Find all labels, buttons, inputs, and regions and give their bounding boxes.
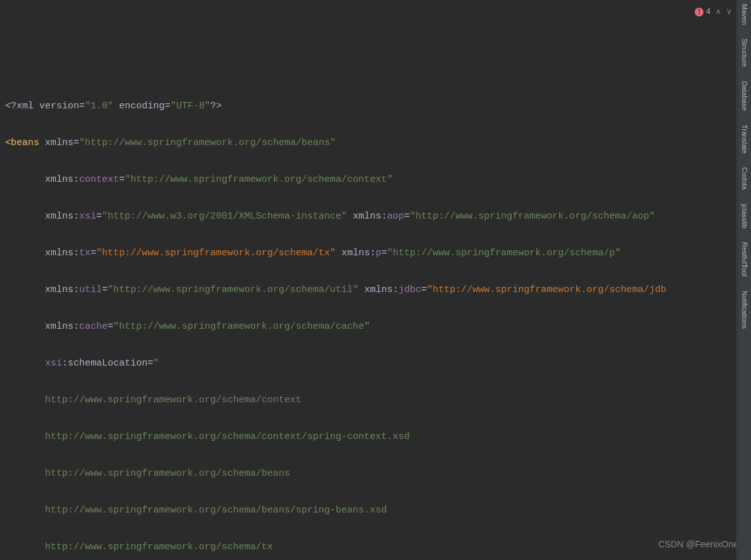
sidebar-item-database[interactable]: Database	[741, 81, 748, 111]
inspection-summary: ! 4 ∧ ∨	[695, 3, 732, 21]
code-line[interactable]: http://www.springframework.org/schema/tx	[5, 538, 751, 556]
code-line[interactable]: xmlns:xsi="http://www.w3.org/2001/XMLSch…	[5, 207, 751, 226]
code-line[interactable]: xmlns:cache="http://www.springframework.…	[5, 317, 751, 336]
code-line[interactable]: xsi:schemaLocation="	[5, 354, 751, 372]
prev-error-button[interactable]: ∧	[716, 3, 721, 21]
sidebar-item-notifications[interactable]: Notifications	[741, 291, 748, 329]
error-count-value: 4	[706, 3, 710, 21]
right-tool-sidebar: Maven Structure Database Translate Codot…	[737, 0, 751, 560]
sidebar-item-translate[interactable]: Translate	[741, 125, 748, 153]
sidebar-item-maven[interactable]: Maven	[741, 4, 748, 25]
watermark: CSDN @FeenixOne	[659, 535, 738, 554]
editor-root: ! 4 ∧ ∨ <?xml version="1.0" encoding="UT…	[0, 0, 751, 560]
error-icon: !	[695, 8, 704, 16]
sidebar-item-structure[interactable]: Structure	[741, 39, 748, 67]
code-line[interactable]: http://www.springframework.org/schema/be…	[5, 464, 751, 483]
error-count[interactable]: ! 4	[695, 3, 710, 21]
code-line[interactable]: http://www.springframework.org/schema/co…	[5, 391, 751, 409]
code-line[interactable]: xmlns:context="http://www.springframewor…	[5, 170, 751, 189]
code-line[interactable]: <beans xmlns="http://www.springframework…	[5, 134, 751, 152]
code-editor[interactable]: ! 4 ∧ ∨ <?xml version="1.0" encoding="UT…	[0, 0, 751, 560]
code-line[interactable]: <?xml version="1.0" encoding="UTF-8"?>	[5, 97, 751, 115]
sidebar-item-codota[interactable]: Codota	[741, 167, 748, 189]
sidebar-item-jclasslib[interactable]: jclasslib	[741, 204, 748, 229]
code-line[interactable]: xmlns:util="http://www.springframework.o…	[5, 281, 751, 299]
next-error-button[interactable]: ∨	[726, 3, 732, 21]
sidebar-item-restfultool[interactable]: RestfulTool	[741, 242, 748, 276]
code-line[interactable]: xmlns:tx="http://www.springframework.org…	[5, 244, 751, 262]
code-line[interactable]: http://www.springframework.org/schema/be…	[5, 501, 751, 519]
code-line[interactable]: http://www.springframework.org/schema/co…	[5, 428, 751, 446]
